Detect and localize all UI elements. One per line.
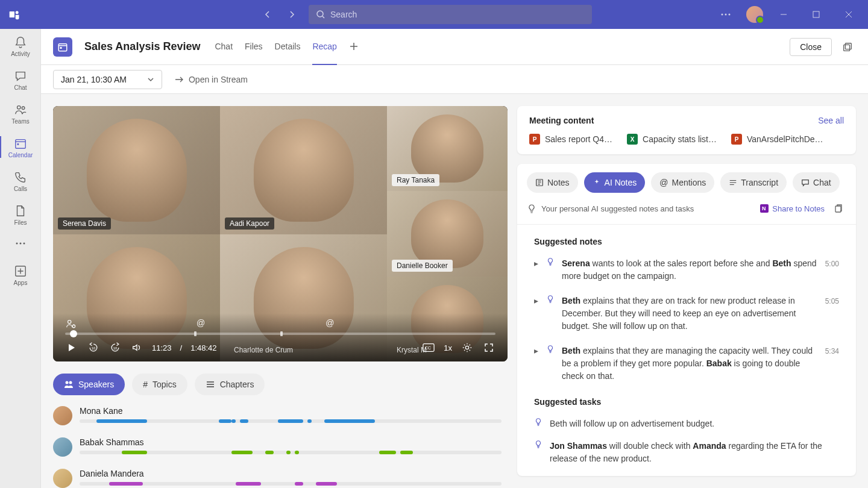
ai-subtitle: Your personal AI suggested notes and tas… [541, 204, 694, 213]
titlebar [0, 0, 868, 29]
pill-speakers[interactable]: Speakers [53, 374, 125, 395]
pill-topics[interactable]: # Topics [132, 374, 187, 395]
teams-logo [7, 7, 22, 22]
rail-files[interactable]: Files [0, 198, 41, 231]
search-icon [316, 10, 326, 19]
pill-chapters[interactable]: Chapters [195, 374, 265, 395]
rewind-10-button[interactable]: 10 [87, 341, 100, 354]
rail-apps[interactable]: Apps [0, 258, 41, 292]
fullscreen-button[interactable] [482, 341, 495, 354]
share-to-notes-link[interactable]: N Share to Notes [760, 204, 825, 213]
video-tile[interactable]: Serena Davis [53, 106, 220, 234]
titlebar-nav [258, 5, 301, 24]
speaker-track[interactable] [80, 451, 502, 454]
speaker-name: Babak Shammas [80, 437, 508, 447]
rail-calls[interactable]: Calls [0, 164, 41, 198]
maximize-button[interactable] [804, 5, 828, 24]
tab-details[interactable]: Details [275, 29, 301, 65]
forward-10-button[interactable]: 10 [108, 341, 122, 354]
pill-transcript[interactable]: Transcript [720, 172, 787, 193]
nav-back-button[interactable] [258, 5, 277, 24]
tab-recap[interactable]: Recap [312, 29, 336, 65]
chat-icon [13, 69, 28, 83]
close-button[interactable]: Close [790, 38, 832, 56]
speaker-track[interactable] [80, 482, 502, 486]
svg-text:N: N [762, 205, 766, 211]
video-player[interactable]: Serena Davis Aadi Kapoor Ray Tanaka Dani… [53, 106, 508, 361]
svg-point-3 [722, 14, 723, 16]
speaker-row[interactable]: Daniela Mandera [53, 469, 508, 488]
tab-chat[interactable]: Chat [215, 29, 233, 65]
file-item[interactable]: PSales report Q4… [529, 134, 612, 145]
task-item[interactable]: Jon Shammas will double check with Amand… [534, 436, 839, 471]
popout-button[interactable] [839, 39, 856, 55]
page-tabs: Chat Files Details Recap [215, 29, 358, 65]
file-item[interactable]: XCapacity stats list… [627, 134, 717, 145]
speaker-row[interactable]: Mona Kane [53, 406, 508, 425]
svg-point-11 [16, 243, 18, 245]
pill-chat[interactable]: Chat [793, 172, 840, 193]
svg-point-13 [24, 243, 25, 245]
rail-activity[interactable]: Activity [0, 29, 41, 63]
date-picker[interactable]: Jan 21, 10:30 AM [53, 70, 162, 89]
note-item[interactable]: ▸Beth explains that they are on track fo… [534, 291, 839, 341]
meeting-content-card: Meeting content See all PSales report Q4… [517, 106, 856, 154]
volume-button[interactable] [130, 341, 143, 354]
tab-files[interactable]: Files [245, 29, 263, 65]
rail-teams[interactable]: Teams [0, 96, 41, 130]
task-item[interactable]: Beth will follow up on advertisement bud… [534, 414, 839, 436]
ai-scroll[interactable]: Suggested notes ▸Serena wants to look at… [517, 225, 856, 476]
user-avatar[interactable] [746, 6, 763, 23]
excel-icon: X [627, 134, 638, 145]
search-input[interactable] [330, 10, 585, 19]
speaker-avatar [53, 406, 72, 425]
open-in-stream-link[interactable]: Open in Stream [174, 75, 248, 84]
video-controls-bar: @ @ 10 10 11:23 / 1 [53, 313, 508, 361]
pill-mentions[interactable]: @Mentions [651, 172, 714, 193]
rail-chat[interactable]: Chat [0, 63, 41, 96]
tab-add[interactable] [349, 29, 359, 65]
more-button[interactable] [714, 5, 738, 24]
pill-notes[interactable]: Notes [527, 172, 578, 193]
speaker-name: Daniela Mandera [80, 469, 508, 478]
close-window-button[interactable] [837, 5, 861, 24]
search-box[interactable] [309, 5, 592, 24]
at-icon: @ [659, 178, 668, 187]
left-pane: Serena Davis Aadi Kapoor Ray Tanaka Dani… [41, 94, 508, 488]
svg-text:10: 10 [113, 346, 118, 350]
page-title: Sales Analysis Review [84, 40, 200, 53]
copy-button[interactable] [829, 200, 846, 217]
svg-point-1 [16, 11, 19, 14]
see-all-link[interactable]: See all [818, 116, 844, 125]
video-tile[interactable]: Aadi Kapoor [220, 106, 387, 234]
faded-participant: Krystal M [397, 346, 427, 354]
rail-calendar[interactable]: Calendar [0, 130, 41, 164]
list-icon [206, 380, 215, 389]
note-item[interactable]: ▸Serena wants to look at the sales repor… [534, 254, 839, 291]
rail-more[interactable] [0, 231, 41, 255]
speaker-track[interactable] [80, 419, 502, 423]
caret-right-icon: ▸ [534, 295, 540, 333]
people-icon [13, 102, 28, 117]
svg-rect-9 [16, 139, 26, 148]
speed-button[interactable]: 1x [444, 341, 452, 354]
video-scrubber[interactable] [65, 333, 495, 335]
pill-ai-notes[interactable]: AI Notes [584, 172, 646, 193]
video-tile[interactable]: Danielle Booker [387, 191, 508, 276]
file-item[interactable]: PVanArsdelPitchDe… [731, 134, 823, 145]
minimize-button[interactable] [772, 5, 796, 24]
settings-button[interactable] [461, 341, 474, 354]
task-text: Beth will follow up on advertisement bud… [550, 418, 839, 430]
nav-forward-button[interactable] [282, 5, 301, 24]
video-tile[interactable]: Ray Tanaka [387, 106, 508, 191]
speaker-avatar [53, 469, 72, 488]
play-button[interactable] [65, 341, 78, 354]
time-current: 11:23 [152, 343, 172, 352]
note-item[interactable]: ▸Beth explains that they are managing th… [534, 341, 839, 391]
svg-point-27 [69, 381, 72, 384]
transcript-icon [729, 178, 737, 187]
chat-icon [801, 178, 810, 187]
svg-rect-10 [17, 143, 19, 145]
speaker-row[interactable]: Babak Shammas [53, 437, 508, 457]
file-name: Sales report Q4… [545, 134, 612, 144]
